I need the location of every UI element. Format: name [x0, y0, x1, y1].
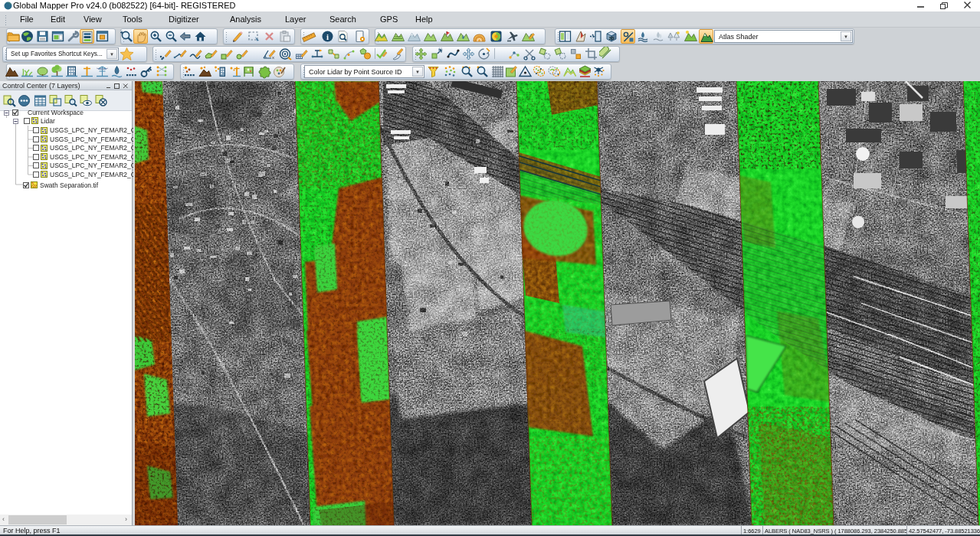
- svg-text:i: i: [326, 32, 329, 41]
- svg-text:3D: 3D: [608, 36, 614, 41]
- svg-text:x: x: [272, 55, 274, 60]
